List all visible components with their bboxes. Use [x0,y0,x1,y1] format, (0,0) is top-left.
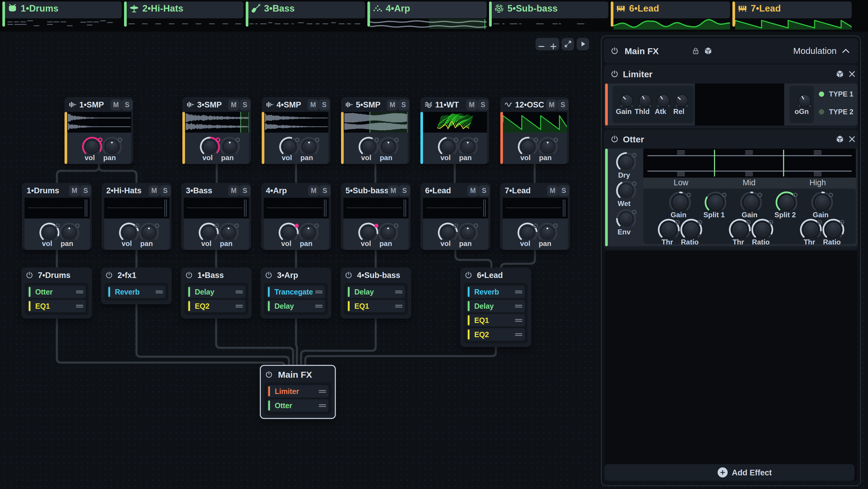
power-icon[interactable] [265,271,273,279]
fxchain-2-fx1[interactable]: 2•fx1Reverb [101,268,172,304]
track-tab-4-arp[interactable]: 4•Arp [367,0,487,30]
otter-ratio-1[interactable]: Ratio [674,217,705,243]
mute-button[interactable]: M [149,185,160,196]
otter-dry[interactable]: Dry [609,151,640,175]
type-radio-1[interactable]: TYPE 1 [819,90,854,98]
pan[interactable]: pan [370,135,402,159]
channel-4-arp[interactable]: 4•ArpMS vol pan [261,183,331,250]
otter-ratio-3[interactable]: Ratio [745,217,776,243]
mute-button[interactable]: M [547,185,558,196]
drag-handle-icon[interactable] [515,331,523,339]
otter-gain-0[interactable]: Gain [663,190,694,216]
solo-button[interactable]: S [160,185,171,196]
node-main-fx[interactable]: Main FXLimiterOtter [260,365,336,419]
fxchain-7-drums[interactable]: 7•DrumsOtterEQ1 [21,268,92,318]
module-3-smp[interactable]: 3•SMPMS vol pan [182,97,251,164]
pan[interactable]: pan [449,221,482,245]
add-effect-bar[interactable]: Add Effect [604,464,855,481]
otter-dry-knob[interactable] [615,151,638,174]
fxchain-4-sub-bass[interactable]: 4•Sub-bassDelayEQ1 [340,268,411,318]
drag-handle-icon[interactable] [235,302,243,311]
drag-handle-icon[interactable] [155,288,163,297]
drag-handle-icon[interactable] [318,388,326,396]
pan[interactable]: pan [290,135,323,159]
close-icon[interactable] [848,135,856,143]
fxchain-1-bass[interactable]: 1•BassDelayEQ2 [181,268,252,318]
mute-button[interactable]: M [69,185,80,196]
pan[interactable]: pan [290,221,322,245]
power-icon[interactable] [265,371,273,378]
track-tab-6-lead[interactable]: 6•Lead [611,0,730,30]
drag-handle-icon[interactable] [515,302,523,311]
drag-handle-icon[interactable] [315,288,323,297]
fx-item-otter[interactable]: Otter [267,399,329,412]
play-button[interactable] [577,38,589,50]
module-11-wt[interactable]: 11•WTMS vol pan [421,97,489,164]
mute-button[interactable]: M [308,99,318,111]
channel-2-hi-hats[interactable]: 2•Hi-HatsMS vol pan [101,183,172,250]
mute-button[interactable]: M [308,185,319,196]
solo-button[interactable]: S [240,185,250,196]
channel-3-bass[interactable]: 3•BassMS vol pan [181,183,251,250]
channel-6-lead[interactable]: 6•LeadMS vol pan [421,183,490,250]
type-radio-2[interactable]: TYPE 2 [819,108,854,116]
fx-item-otter[interactable]: Otter [28,286,86,298]
fx-item-delay[interactable]: Delay [267,300,325,312]
fit-view-button[interactable] [562,38,574,50]
track-tab-7-lead[interactable]: 7•Lead [733,0,852,30]
fx-item-delay[interactable]: Delay [187,286,245,298]
mute-button[interactable]: M [228,185,239,196]
solo-button[interactable]: S [557,99,568,111]
drag-handle-icon[interactable] [515,316,523,325]
close-icon[interactable] [848,70,856,78]
pan[interactable]: pan [529,221,561,245]
zoom-in-button[interactable] [547,38,559,50]
solo-button[interactable]: S [319,185,330,196]
solo-button[interactable]: S [122,99,133,111]
fx-item-eq2[interactable]: EQ2 [467,328,525,341]
mute-button[interactable]: M [546,99,557,111]
solo-button[interactable]: S [240,99,250,111]
fx-item-delay[interactable]: Delay [467,300,525,312]
otter-ratio-5[interactable]: Ratio [816,217,847,243]
drag-handle-icon[interactable] [395,288,403,297]
power-icon[interactable] [345,271,352,279]
track-tab-2-hi-hats[interactable]: 2•Hi-Hats [124,0,243,30]
mute-button[interactable]: M [388,185,399,196]
fx-item-eq1[interactable]: EQ1 [28,300,86,312]
drag-handle-icon[interactable] [515,288,523,297]
fx-item-eq1[interactable]: EQ1 [347,300,405,312]
zoom-out-button[interactable] [535,38,547,50]
otter-split-1-1[interactable]: Split 1 [699,190,730,216]
fx-item-delay[interactable]: Delay [347,286,405,298]
fx-item-eq2[interactable]: EQ2 [187,300,245,312]
drag-handle-icon[interactable] [395,302,403,311]
module-4-smp[interactable]: 4•SMPMS vol pan [262,97,330,164]
power-icon[interactable] [611,47,619,55]
solo-button[interactable]: S [477,99,489,111]
module-5-smp[interactable]: 5•SMPMS vol pan [341,97,410,164]
power-icon[interactable] [611,135,619,143]
otter-wet[interactable]: Wet [609,179,640,203]
limiter-rel[interactable]: Rel [663,91,694,111]
modulation-toggle[interactable]: Modulation [793,38,850,63]
pan[interactable]: pan [211,135,244,159]
drag-handle-icon[interactable] [235,288,243,297]
mute-button[interactable]: M [111,99,121,111]
cube-icon[interactable] [836,70,844,78]
module-12-osc[interactable]: 12•OSCMS vol pan [500,97,569,164]
solo-button[interactable]: S [479,185,490,196]
pan[interactable]: pan [529,135,562,159]
drag-handle-icon[interactable] [76,302,84,311]
cube-icon[interactable] [704,47,712,55]
fxchain-6-lead[interactable]: 6•LeadReverbDelayEQ1EQ2 [460,268,531,347]
mute-button[interactable]: M [228,99,239,111]
fx-item-reverb[interactable]: Reverb [107,286,165,298]
channel-5-sub-bass[interactable]: 5•Sub-bassMS vol pan [341,183,411,250]
otter-env-knob[interactable] [615,208,638,231]
mute-button[interactable]: M [467,185,478,196]
pan[interactable]: pan [210,221,243,245]
otter-wet-knob[interactable] [615,179,638,202]
power-icon[interactable] [464,271,472,279]
pan[interactable]: pan [130,221,163,245]
